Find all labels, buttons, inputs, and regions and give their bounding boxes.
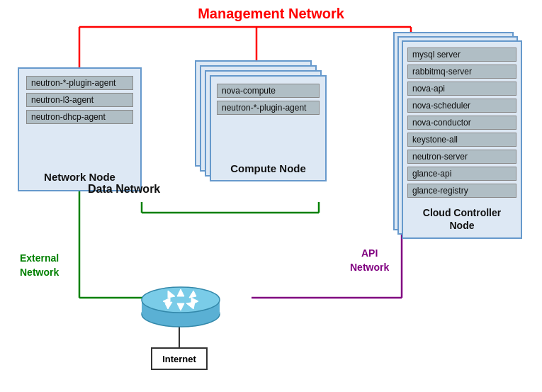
cloud-service-8: glance-api <box>407 167 516 181</box>
cloud-service-5: nova-conductor <box>407 116 516 130</box>
cloud-service-6: keystone-all <box>407 133 516 147</box>
data-network-label: Data Network <box>88 183 160 196</box>
router-icon <box>138 275 216 325</box>
cloud-service-4: nova-scheduler <box>407 99 516 113</box>
network-service-2: neutron-l3-agent <box>26 93 133 107</box>
management-network-title: Management Network <box>198 6 344 22</box>
network-service-3: neutron-dhcp-agent <box>26 110 133 124</box>
internet-label: Internet <box>162 354 196 364</box>
internet-box: Internet <box>151 347 208 370</box>
cloud-service-2: rabbitmq-server <box>407 65 516 79</box>
compute-node-label: Compute Node <box>230 162 306 174</box>
network-diagram: Management Network neutron-*-plugin-agen… <box>0 0 542 392</box>
cloud-service-9: glance-registry <box>407 184 516 198</box>
compute-service-1: nova-compute <box>217 84 320 98</box>
cloud-service-3: nova-api <box>407 82 516 96</box>
network-node: neutron-*-plugin-agent neutron-l3-agent … <box>18 67 142 191</box>
network-node-label: Network Node <box>44 171 115 183</box>
cloud-node-label: Cloud ControllerNode <box>423 206 501 232</box>
cloud-card-front: mysql server rabbitmq-server nova-api no… <box>402 40 522 239</box>
network-service-1: neutron-*-plugin-agent <box>26 76 133 90</box>
api-network-label: APINetwork <box>350 247 389 274</box>
cloud-service-1: mysql server <box>407 47 516 62</box>
cloud-service-7: neutron-server <box>407 150 516 164</box>
external-network-label: ExternalNetwork <box>20 252 59 279</box>
compute-card-front: nova-compute neutron-*-plugin-agent Comp… <box>210 75 327 181</box>
compute-service-2: neutron-*-plugin-agent <box>217 101 320 115</box>
